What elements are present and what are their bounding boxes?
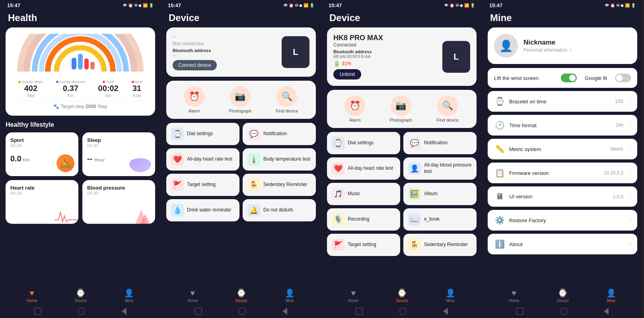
- mine-title: Mine: [482, 10, 643, 27]
- nickname: Nickname: [523, 39, 572, 47]
- photograph-icon-2: 📷: [230, 86, 251, 107]
- circle-nav-1[interactable]: [78, 308, 85, 315]
- menu-heartrate-3[interactable]: ❤️ All-day heart rate test: [327, 157, 400, 180]
- status-icons-2: 👁 ⏰ ♾ ◆ 📶 🔋: [284, 3, 314, 8]
- ui-icon: 🖥: [494, 192, 505, 201]
- back-nav-4[interactable]: [604, 308, 609, 315]
- menu-dial-3[interactable]: ⌚ Dial settings: [327, 132, 400, 154]
- time-format-value: 24h: [615, 122, 623, 128]
- menu-ebook-3[interactable]: 📖 e_book: [403, 208, 477, 231]
- target-icon-3: 🚩: [332, 238, 344, 251]
- photograph-feature-3[interactable]: 📷 Photograph: [389, 95, 412, 122]
- nav-device-4[interactable]: ⌚ Device: [557, 288, 569, 303]
- nav-home-1[interactable]: ♥ Home: [27, 289, 37, 303]
- time-format-row[interactable]: 🕐 Time format 24h ›: [488, 115, 637, 136]
- bottom-nav-1: ♥ Home ⌚ Device 👤 Mine: [0, 285, 161, 306]
- menu-music-3[interactable]: 🎵 Music: [327, 183, 400, 205]
- about-row[interactable]: ℹ️ About ›: [488, 234, 637, 254]
- ui-version-row[interactable]: 🖥 UI version 1.0.0 ›: [488, 186, 637, 207]
- personal-info: Personal information ♂: [523, 47, 572, 53]
- bracelet-on-time-row[interactable]: ⌚ Bracelet on time 10S ›: [488, 91, 637, 112]
- nav-controls-2: [161, 308, 321, 315]
- bt-label-2: Bluetooth address: [173, 48, 277, 53]
- find-icon-3: 🔍: [437, 95, 458, 116]
- bp-icon-3: 👤: [408, 162, 421, 175]
- find-device-feature-3[interactable]: 🔍 Find device: [436, 95, 459, 122]
- sleep-icon: [129, 158, 151, 172]
- find-device-feature-2[interactable]: 🔍 Find device: [276, 86, 298, 113]
- alarm-feature-2[interactable]: ⏰ Alarm: [184, 86, 204, 113]
- menu-notification-3[interactable]: 💬 Notification: [403, 132, 477, 154]
- photograph-icon-3: 📷: [391, 95, 411, 116]
- back-nav-2[interactable]: [282, 308, 287, 315]
- lift-wrist-toggle[interactable]: [561, 74, 577, 82]
- menu-recording-3[interactable]: 🎙️ Recording: [327, 208, 400, 231]
- profile-card[interactable]: 👤 Nickname Personal information ♂: [488, 27, 637, 64]
- menu-dial-2[interactable]: ⌚ Dial settings: [166, 123, 239, 145]
- menu-album-3[interactable]: 🖼️ Album: [403, 183, 477, 205]
- nav-mine-1[interactable]: 👤 Mine: [124, 288, 134, 303]
- metric-system-row[interactable]: 📏 Metric system Metric ›: [488, 139, 637, 159]
- square-nav-3[interactable]: [356, 308, 363, 315]
- alarm-icon-3: ⏰: [344, 95, 365, 116]
- alarm-feature-3[interactable]: ⏰ Alarm: [344, 95, 365, 122]
- nav-controls-3: [321, 308, 482, 315]
- nav-home-4[interactable]: ♥ Home: [509, 289, 519, 303]
- menu-sedentary-2[interactable]: 🪑 Sedentary Reminder: [243, 174, 316, 196]
- square-nav-4[interactable]: [516, 308, 523, 315]
- device-icon-1: ⌚: [76, 288, 86, 298]
- menu-dnd-2[interactable]: 🔔 Do not disturb: [243, 199, 316, 221]
- photograph-feature-2[interactable]: 📷 Photograph: [229, 86, 251, 113]
- nav-mine-3[interactable]: 👤 Mine: [446, 288, 455, 303]
- unbind-btn-3[interactable]: Unbind: [333, 69, 361, 80]
- menu-bp-3[interactable]: 👤 All-day blood pressure test: [403, 157, 477, 180]
- nav-mine-4[interactable]: 👤 Mine: [606, 288, 616, 303]
- status-bar-1: 15:47 👁 ⏰ ♾ ◆ 📶 🔋: [0, 0, 161, 10]
- nav-device-1[interactable]: ⌚ Device: [75, 288, 87, 303]
- nav-device-3[interactable]: ⌚ Device: [396, 288, 409, 303]
- target-step: 🐾 Target step 2000 Step: [12, 101, 149, 109]
- time-3: 15:47: [329, 2, 342, 8]
- restore-arrow: ›: [629, 217, 631, 223]
- menu-notification-2[interactable]: 💬 Notification: [243, 123, 316, 145]
- menu-sedentary-3[interactable]: 🪑 Sedentary Reminder: [403, 234, 477, 256]
- heart-rate-card[interactable]: Heart rate 04-30: [6, 180, 78, 224]
- circle-nav-4[interactable]: [560, 308, 567, 315]
- nav-home-3[interactable]: ♥ Home: [348, 289, 359, 303]
- bt-value-3: 4B:6A:00:00:F8:AA: [333, 54, 438, 59]
- menu-temp-2[interactable]: 🌡️ Body temperature test: [243, 148, 316, 171]
- time-format-label: Time format: [509, 122, 611, 128]
- restore-factory-row[interactable]: ⚙️ Restore Factory ›: [488, 210, 637, 231]
- back-nav-1[interactable]: [122, 308, 126, 315]
- water-icon-2: 💧: [171, 204, 184, 217]
- target-icon-2: 🚩: [171, 178, 184, 191]
- square-nav-2[interactable]: [195, 308, 202, 315]
- svg-rect-0: [72, 58, 76, 70]
- nav-mine-2[interactable]: 👤 Mine: [285, 288, 295, 303]
- circle-nav-2[interactable]: [239, 308, 246, 315]
- dnd-icon-2: 🔔: [247, 204, 260, 217]
- svg-rect-3: [90, 62, 95, 70]
- menu-target-3[interactable]: 🚩 Target setting: [327, 234, 400, 256]
- blood-pressure-card[interactable]: Blood pressure 04-30: [82, 180, 155, 224]
- sport-card[interactable]: Sport 04-30 0.0 Km 🚴: [6, 132, 78, 176]
- metric-icon: 📏: [494, 144, 505, 154]
- firmware-icon: 📋: [494, 168, 505, 178]
- home-icon-1: ♥: [29, 289, 34, 298]
- firmware-value: 10.10.0.2: [603, 170, 623, 176]
- menu-heartrate-2[interactable]: ❤️ All-day heart rate test: [166, 148, 239, 171]
- circle-nav-3[interactable]: [399, 308, 407, 315]
- menu-target-2[interactable]: 🚩 Target setting: [166, 174, 239, 196]
- bracelet-icon: ⌚: [494, 97, 505, 106]
- sleep-card[interactable]: Sleep 04-30 -- Hour: [82, 132, 155, 176]
- back-nav-3[interactable]: [443, 308, 448, 315]
- nav-device-2[interactable]: ⌚ Device: [235, 288, 248, 303]
- square-nav-1[interactable]: [34, 308, 41, 315]
- menu-water-2[interactable]: 💧 Drink water reminder: [166, 199, 239, 221]
- nav-home-2[interactable]: ♥ Home: [187, 289, 198, 303]
- connect-btn-2[interactable]: Connect device: [173, 60, 217, 70]
- firmware-row[interactable]: 📋 Firmware version 10.10.0.2 ›: [488, 163, 637, 183]
- rainbow-graphic: [12, 34, 149, 78]
- home-icon-2: ♥: [190, 289, 195, 298]
- google-fit-toggle[interactable]: [615, 74, 631, 82]
